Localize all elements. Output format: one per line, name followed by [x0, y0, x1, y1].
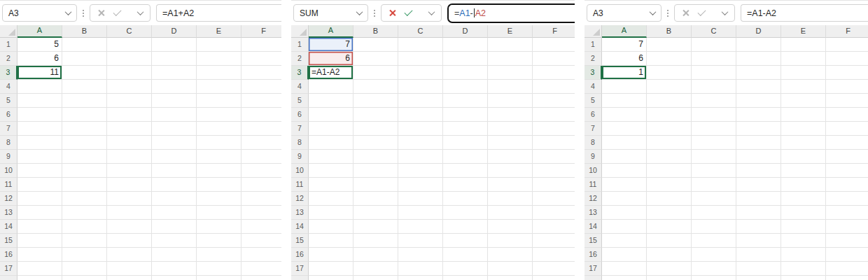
- cell-C11[interactable]: [107, 178, 152, 192]
- cell-C7[interactable]: [107, 122, 152, 136]
- row-header-4[interactable]: 4: [0, 80, 18, 94]
- column-header-B[interactable]: B: [354, 25, 398, 38]
- cell-C5[interactable]: [398, 94, 443, 108]
- row-header-16[interactable]: 16: [291, 248, 309, 262]
- cell-stub[interactable]: [62, 276, 107, 280]
- cell-D14[interactable]: [736, 220, 781, 234]
- cell-E11[interactable]: [781, 178, 826, 192]
- cell-E14[interactable]: [488, 220, 533, 234]
- cell-B3[interactable]: [354, 66, 398, 80]
- cell-B12[interactable]: [354, 192, 398, 206]
- cell-F1[interactable]: [533, 38, 575, 52]
- cell-stub[interactable]: [692, 276, 736, 280]
- cell-B13[interactable]: [647, 206, 692, 220]
- cell-B8[interactable]: [354, 136, 398, 150]
- cell-B17[interactable]: [62, 262, 107, 276]
- cell-F8[interactable]: [826, 136, 868, 150]
- cell-C15[interactable]: [107, 234, 152, 248]
- cell-C11[interactable]: [398, 178, 443, 192]
- cell-stub[interactable]: [107, 276, 152, 280]
- select-all-corner[interactable]: [584, 25, 602, 38]
- cell-A4[interactable]: [18, 80, 62, 94]
- row-header-17[interactable]: 17: [584, 262, 602, 276]
- cell-C16[interactable]: [692, 248, 736, 262]
- cell-F13[interactable]: [241, 206, 281, 220]
- cancel-icon[interactable]: [388, 9, 396, 17]
- cell-stub[interactable]: [736, 276, 781, 280]
- cell-E8[interactable]: [781, 136, 826, 150]
- column-header-F[interactable]: F: [533, 25, 575, 38]
- cell-D17[interactable]: [443, 262, 488, 276]
- cell-C1[interactable]: [107, 38, 152, 52]
- cell-E15[interactable]: [488, 234, 533, 248]
- cell-F9[interactable]: [826, 150, 868, 164]
- column-header-A[interactable]: A: [309, 25, 354, 38]
- column-header-B[interactable]: B: [647, 25, 692, 38]
- cell-A15[interactable]: [18, 234, 62, 248]
- cell-C15[interactable]: [692, 234, 736, 248]
- cell-F10[interactable]: [241, 164, 281, 178]
- select-all-corner[interactable]: [0, 25, 18, 38]
- row-header-16[interactable]: 16: [584, 248, 602, 262]
- cell-A10[interactable]: [309, 164, 354, 178]
- row-header-12[interactable]: 12: [0, 192, 18, 206]
- cell-F6[interactable]: [533, 108, 575, 122]
- cell-C8[interactable]: [398, 136, 443, 150]
- cell-D9[interactable]: [736, 150, 781, 164]
- cell-C16[interactable]: [398, 248, 443, 262]
- cell-C2[interactable]: [107, 52, 152, 66]
- cell-B13[interactable]: [62, 206, 107, 220]
- cell-B12[interactable]: [647, 192, 692, 206]
- row-header-10[interactable]: 10: [0, 164, 18, 178]
- cell-stub[interactable]: [647, 276, 692, 280]
- row-header-12[interactable]: 12: [584, 192, 602, 206]
- row-header-2[interactable]: 2: [584, 52, 602, 66]
- cell-D8[interactable]: [152, 136, 197, 150]
- cell-stub[interactable]: [18, 276, 62, 280]
- cell-A2[interactable]: 6: [602, 52, 647, 66]
- cell-A12[interactable]: [309, 192, 354, 206]
- row-header-14[interactable]: 14: [291, 220, 309, 234]
- cell-A17[interactable]: [602, 262, 647, 276]
- cell-E6[interactable]: [488, 108, 533, 122]
- cell-C5[interactable]: [692, 94, 736, 108]
- column-header-D[interactable]: D: [152, 25, 197, 38]
- cell-E9[interactable]: [197, 150, 241, 164]
- row-header-3[interactable]: 3: [584, 66, 602, 80]
- cell-B2[interactable]: [62, 52, 107, 66]
- cell-C14[interactable]: [398, 220, 443, 234]
- cell-B3[interactable]: [647, 66, 692, 80]
- cell-E7[interactable]: [781, 122, 826, 136]
- cell-F8[interactable]: [241, 136, 281, 150]
- cell-E9[interactable]: [781, 150, 826, 164]
- cell-A8[interactable]: [602, 136, 647, 150]
- cell-D16[interactable]: [443, 248, 488, 262]
- cell-A8[interactable]: [18, 136, 62, 150]
- cell-F7[interactable]: [826, 122, 868, 136]
- formula-input[interactable]: =A1-A2: [447, 4, 575, 23]
- cell-E17[interactable]: [197, 262, 241, 276]
- row-header-14[interactable]: 14: [0, 220, 18, 234]
- cell-B8[interactable]: [647, 136, 692, 150]
- cell-C12[interactable]: [107, 192, 152, 206]
- cell-C4[interactable]: [107, 80, 152, 94]
- cell-A6[interactable]: [18, 108, 62, 122]
- cell-E10[interactable]: [197, 164, 241, 178]
- column-header-D[interactable]: D: [443, 25, 488, 38]
- cell-C1[interactable]: [692, 38, 736, 52]
- cell-A3[interactable]: =A1-A2: [309, 66, 354, 80]
- cell-B17[interactable]: [354, 262, 398, 276]
- cell-B11[interactable]: [62, 178, 107, 192]
- cell-B3[interactable]: [62, 66, 107, 80]
- cell-A7[interactable]: [309, 122, 354, 136]
- cell-C6[interactable]: [398, 108, 443, 122]
- cell-E14[interactable]: [781, 220, 826, 234]
- cell-stub[interactable]: [602, 276, 647, 280]
- cell-C3[interactable]: [107, 66, 152, 80]
- cell-C7[interactable]: [692, 122, 736, 136]
- cell-F17[interactable]: [826, 262, 868, 276]
- cell-E4[interactable]: [781, 80, 826, 94]
- cell-C4[interactable]: [692, 80, 736, 94]
- row-header-9[interactable]: 9: [0, 150, 18, 164]
- cell-stub[interactable]: [398, 276, 443, 280]
